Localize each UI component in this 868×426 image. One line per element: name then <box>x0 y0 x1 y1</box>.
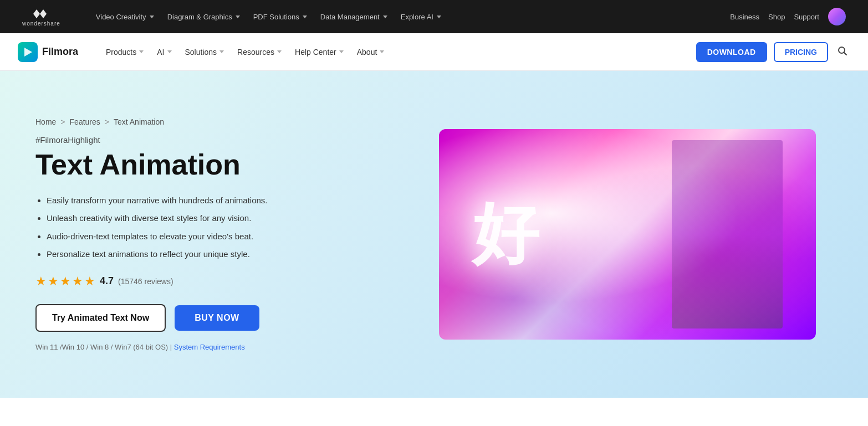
chevron-down-icon <box>139 50 144 53</box>
breadcrumb-current: Text Animation <box>114 117 164 126</box>
top-nav-explore-ai[interactable]: Explore AI <box>396 11 446 23</box>
wondershare-logo[interactable]: wondershare <box>22 7 60 27</box>
secondary-nav: Filmora Products AI Solutions Resources … <box>0 33 868 71</box>
chevron-down-icon <box>383 16 387 18</box>
rating-score: 4.7 <box>100 275 114 287</box>
top-nav-video-creativity[interactable]: Video Creativity <box>91 11 159 23</box>
rating-reviews: (15746 reviews) <box>118 277 173 286</box>
top-nav-items: Video Creativity Diagram & Graphics PDF … <box>91 11 713 23</box>
sec-nav-resources[interactable]: Resources <box>232 44 287 60</box>
chevron-down-icon <box>380 50 384 53</box>
bullet-3: Audio-driven-text templates to elevate y… <box>47 230 412 243</box>
top-nav: wondershare Video Creativity Diagram & G… <box>0 0 868 33</box>
star-3: ★ <box>60 274 71 289</box>
filmora-logo-icon <box>18 42 38 62</box>
star-5: ★ <box>84 274 95 289</box>
chevron-down-icon <box>167 50 172 53</box>
top-nav-support[interactable]: Support <box>794 13 819 21</box>
top-nav-pdf-solutions[interactable]: PDF Solutions <box>249 11 312 23</box>
breadcrumb-features[interactable]: Features <box>70 117 100 126</box>
search-button[interactable] <box>835 43 850 61</box>
bullet-4: Personalize text animations to reflect y… <box>47 248 412 261</box>
top-nav-shop[interactable]: Shop <box>768 13 785 21</box>
try-button[interactable]: Try Animated Text Now <box>35 304 166 332</box>
logo-text: wondershare <box>22 20 60 27</box>
star-1: ★ <box>35 274 47 289</box>
animated-text-visual: 好 <box>472 189 539 280</box>
breadcrumb-home[interactable]: Home <box>35 117 56 126</box>
sec-nav-items: Products AI Solutions Resources Help Cen… <box>100 44 683 60</box>
star-rating: ★ ★ ★ ★ ★ <box>35 274 95 289</box>
feature-bullets: Easily transform your narrative with hun… <box>35 194 412 261</box>
buy-button[interactable]: BUY NOW <box>175 305 259 331</box>
sec-nav-help-center[interactable]: Help Center <box>289 44 349 60</box>
chevron-down-icon <box>437 16 441 18</box>
star-4: ★ <box>72 274 83 289</box>
chevron-down-icon <box>277 50 282 53</box>
svg-line-2 <box>844 52 847 55</box>
system-requirements-link[interactable]: System Requirements <box>174 343 245 351</box>
sec-nav-ai[interactable]: AI <box>151 44 177 60</box>
sec-nav-products[interactable]: Products <box>100 44 149 60</box>
hashtag: #FilmoraHighlight <box>35 135 412 145</box>
rating-row: ★ ★ ★ ★ ★ 4.7 (15746 reviews) <box>35 274 412 289</box>
sec-nav-about[interactable]: About <box>351 44 390 60</box>
chevron-down-icon <box>150 16 154 18</box>
breadcrumb-sep: > <box>105 117 109 126</box>
search-icon <box>837 45 848 57</box>
breadcrumb: Home > Features > Text Animation <box>35 117 412 126</box>
filmora-brand-text: Filmora <box>42 46 78 58</box>
cta-row: Try Animated Text Now BUY NOW <box>35 304 412 332</box>
breadcrumb-sep: > <box>60 117 65 126</box>
sec-nav-solutions[interactable]: Solutions <box>180 44 230 60</box>
user-avatar[interactable] <box>828 8 846 25</box>
sec-nav-right: DOWNLOAD PRICING <box>696 42 850 62</box>
bullet-2: Unleash creativity with diverse text sty… <box>47 212 412 225</box>
hero-image: 好 <box>439 129 816 340</box>
chevron-down-icon <box>219 50 224 53</box>
top-nav-business[interactable]: Business <box>730 13 759 21</box>
bullet-1: Easily transform your narrative with hun… <box>47 194 412 207</box>
top-nav-right: Business Shop Support <box>730 8 846 25</box>
top-nav-diagram-graphics[interactable]: Diagram & Graphics <box>163 11 244 23</box>
hero-image-background: 好 <box>439 129 816 340</box>
top-nav-data-management[interactable]: Data Management <box>316 11 392 23</box>
chevron-down-icon <box>303 16 307 18</box>
chevron-down-icon <box>236 16 240 18</box>
page-title: Text Animation <box>35 149 412 181</box>
chevron-down-icon <box>339 50 344 53</box>
figure-overlay <box>672 140 783 329</box>
svg-marker-0 <box>24 48 32 57</box>
pricing-button[interactable]: PRICING <box>774 42 828 62</box>
filmora-brand[interactable]: Filmora <box>18 42 78 62</box>
hero-section: Home > Features > Text Animation #Filmor… <box>0 71 868 398</box>
download-button[interactable]: DOWNLOAD <box>696 42 767 62</box>
hero-content: Home > Features > Text Animation #Filmor… <box>35 117 412 351</box>
system-requirements: Win 11 /Win 10 / Win 8 / Win7 (64 bit OS… <box>35 343 412 351</box>
star-2: ★ <box>48 274 59 289</box>
